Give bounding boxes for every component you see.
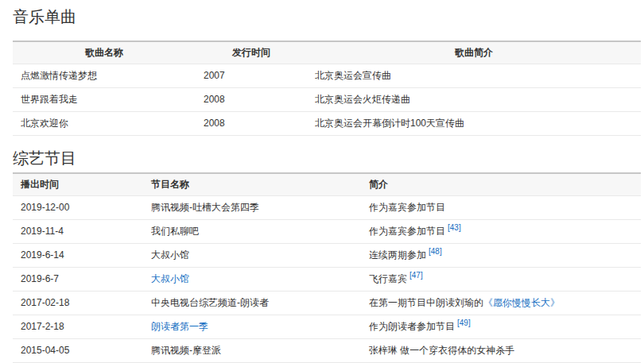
table-cell: 北京奥运会开幕倒计时100天宣传曲: [307, 112, 641, 136]
table-cell: 大叔小馆: [143, 268, 361, 292]
table-cell: 北京奥运会火炬传递曲: [307, 88, 641, 112]
cell-text: 2007: [204, 70, 225, 81]
cell-text: 作为嘉宾参加节目: [369, 202, 445, 213]
cell-text: 张梓琳 做一个穿衣得体的女神杀手: [369, 345, 514, 356]
table-cell: 2015-04-05: [13, 339, 143, 363]
table-cell: 2017-2-18: [13, 315, 143, 339]
table-cell: 点燃激情传递梦想: [13, 64, 196, 88]
column-header: 歌曲名称: [13, 41, 196, 64]
table-cell: 2019-12-00: [13, 196, 143, 220]
table-row: 2017-02-18中央电视台综艺频道-朗读者在第一期节目中朗读刘瑜的《愿你慢慢…: [13, 292, 641, 315]
cell-text: 作为朗读者参加节目: [369, 321, 455, 332]
music-table-header: 歌曲名称发行时间歌曲简介: [13, 41, 641, 64]
cell-text: 大叔小馆: [151, 249, 189, 261]
table-cell: 作为嘉宾参加节目: [361, 196, 641, 220]
section-music-singles: 音乐单曲 歌曲名称发行时间歌曲简介 点燃激情传递梦想2007北京奥运会宣传曲世界…: [13, 7, 641, 136]
cell-text: 中央电视台综艺频道-朗读者: [151, 297, 269, 308]
table-cell: 2017-02-18: [13, 292, 143, 315]
table-cell: 2008: [196, 88, 307, 112]
section-title-music-singles: 音乐单曲: [13, 7, 641, 26]
reference-link[interactable]: [47]: [409, 271, 423, 280]
table-row: 点燃激情传递梦想2007北京奥运会宣传曲: [13, 64, 641, 88]
inline-link[interactable]: 《愿你慢慢长大》: [483, 297, 560, 308]
section-variety-shows: 综艺节目 播出时间节目名称简介 2019-12-00腾讯视频-吐槽大会第四季作为…: [13, 149, 641, 363]
cell-text: 2019-11-4: [21, 226, 64, 237]
table-row: 2019-12-00腾讯视频-吐槽大会第四季作为嘉宾参加节目: [13, 196, 641, 220]
music-singles-table: 歌曲名称发行时间歌曲简介 点燃激情传递梦想2007北京奥运会宣传曲世界跟着我走2…: [13, 41, 641, 136]
table-cell: 作为嘉宾参加节目[43]: [361, 220, 641, 244]
table-cell: 北京奥运会宣传曲: [307, 64, 641, 88]
table-cell: 朗读者第一季: [143, 315, 361, 339]
table-row: 2019-11-4我们私聊吧作为嘉宾参加节目[43]: [13, 220, 641, 244]
table-cell: 2007: [196, 64, 307, 88]
column-header: 节目名称: [143, 173, 361, 196]
table-cell: 连续两期参加[48]: [361, 244, 641, 268]
column-header: 发行时间: [196, 41, 307, 64]
table-cell: 世界跟着我走: [13, 88, 196, 112]
column-header: 歌曲简介: [307, 41, 641, 64]
table-row: 北京欢迎你2008北京奥运会开幕倒计时100天宣传曲: [13, 112, 641, 136]
cell-text: 2019-6-14: [21, 249, 64, 261]
cell-text: 2008: [204, 118, 225, 129]
cell-text: 2019-6-7: [21, 273, 59, 284]
inline-link[interactable]: 大叔小馆: [151, 273, 189, 284]
cell-text: 在第一期节目中朗读刘瑜的: [369, 297, 483, 308]
table-row: 世界跟着我走2008北京奥运会火炬传递曲: [13, 88, 641, 112]
table-row: 2019-6-14大叔小馆连续两期参加[48]: [13, 244, 641, 268]
table-cell: 腾讯视频-摩登派: [143, 339, 361, 363]
cell-text: 2019-12-00: [21, 202, 69, 213]
reference-sup: [43]: [448, 223, 461, 232]
cell-text: 2017-2-18: [21, 321, 64, 332]
reference-sup: [48]: [429, 247, 442, 256]
table-cell: 2019-6-14: [13, 244, 143, 268]
table-cell: 2019-11-4: [13, 220, 143, 244]
table-cell: 我们私聊吧: [143, 220, 361, 244]
cell-text: 作为嘉宾参加节目: [369, 226, 445, 237]
cell-text: 点燃激情传递梦想: [21, 70, 97, 81]
inline-link[interactable]: 朗读者第一季: [151, 321, 208, 332]
cell-text: 飞行嘉宾: [369, 273, 407, 284]
cell-text: 2017-02-18: [21, 297, 69, 308]
table-cell: 北京欢迎你: [13, 112, 196, 136]
cell-text: 我们私聊吧: [151, 226, 199, 237]
table-cell: 在第一期节目中朗读刘瑜的《愿你慢慢长大》: [361, 292, 641, 315]
variety-table-header: 播出时间节目名称简介: [13, 173, 641, 196]
article-page: 音乐单曲 歌曲名称发行时间歌曲简介 点燃激情传递梦想2007北京奥运会宣传曲世界…: [0, 0, 644, 363]
cell-text: 北京奥运会宣传曲: [315, 70, 391, 81]
reference-sup: [49]: [457, 319, 471, 327]
cell-text: 腾讯视频-摩登派: [151, 345, 221, 356]
cell-text: 北京奥运会开幕倒计时100天宣传曲: [315, 118, 464, 129]
column-header: 简介: [361, 173, 641, 196]
cell-text: 北京奥运会火炬传递曲: [315, 94, 410, 105]
table-cell: 飞行嘉宾[47]: [361, 268, 641, 292]
reference-link[interactable]: [49]: [457, 319, 471, 327]
reference-link[interactable]: [43]: [448, 223, 461, 232]
reference-link[interactable]: [48]: [429, 247, 442, 256]
table-row: 2015-04-05腾讯视频-摩登派张梓琳 做一个穿衣得体的女神杀手: [13, 339, 641, 363]
table-row: 2019-6-7大叔小馆飞行嘉宾[47]: [13, 268, 641, 292]
reference-sup: [47]: [409, 271, 423, 280]
table-cell: 大叔小馆: [143, 244, 361, 268]
table-cell: 腾讯视频-吐槽大会第四季: [143, 196, 361, 220]
table-cell: 张梓琳 做一个穿衣得体的女神杀手: [361, 339, 641, 363]
cell-text: 2015-04-05: [21, 345, 69, 356]
cell-text: 连续两期参加: [369, 249, 426, 261]
cell-text: 北京欢迎你: [21, 118, 68, 129]
table-cell: 2008: [196, 112, 307, 136]
cell-text: 世界跟着我走: [21, 94, 78, 105]
variety-shows-table: 播出时间节目名称简介 2019-12-00腾讯视频-吐槽大会第四季作为嘉宾参加节…: [13, 172, 641, 363]
cell-text: 腾讯视频-吐槽大会第四季: [151, 202, 259, 213]
table-row: 2017-2-18朗读者第一季作为朗读者参加节目[49]: [13, 315, 641, 339]
table-cell: 2019-6-7: [13, 268, 143, 292]
cell-text: 2008: [204, 94, 225, 105]
table-cell: 中央电视台综艺频道-朗读者: [143, 292, 361, 315]
column-header: 播出时间: [13, 173, 143, 196]
section-title-variety-shows: 综艺节目: [13, 149, 641, 168]
table-cell: 作为朗读者参加节目[49]: [361, 315, 641, 339]
